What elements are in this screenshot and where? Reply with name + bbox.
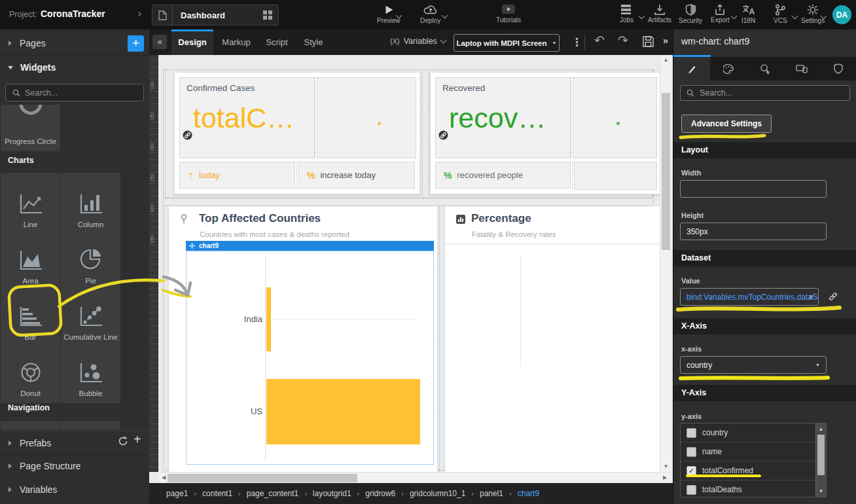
- vcs-button[interactable]: VCS: [774, 4, 787, 24]
- security-button[interactable]: Security: [679, 4, 702, 24]
- checkbox[interactable]: [687, 447, 696, 457]
- x-axis-select[interactable]: country ▼: [680, 356, 827, 374]
- breadcrumb-item[interactable]: page1: [166, 489, 188, 498]
- widget-tile-line[interactable]: Line: [1, 173, 60, 234]
- canvas-vertical-scrollbar[interactable]: ▲ ▼: [660, 55, 671, 472]
- page-tab-dashboard[interactable]: Dashboard: [152, 5, 279, 26]
- y-axis-option-name[interactable]: name: [681, 442, 816, 461]
- scroll-down-arrow[interactable]: ▼: [660, 461, 671, 472]
- tab-events[interactable]: [747, 57, 783, 81]
- widget-tile-pie[interactable]: Pie: [61, 229, 120, 291]
- widgets-accordion[interactable]: Widgets: [0, 56, 149, 80]
- add-page-button[interactable]: +: [128, 35, 144, 52]
- panel-percentage[interactable]: Percentage Fatality & Recovery rates: [445, 206, 660, 473]
- tab-design[interactable]: Design: [171, 29, 213, 55]
- breadcrumb-item-active[interactable]: chart9: [518, 489, 539, 498]
- pages-grid-icon[interactable]: [263, 10, 278, 20]
- variables-dropdown[interactable]: {X} Variables: [390, 37, 446, 46]
- advanced-settings-button[interactable]: Advanced Settings: [681, 115, 772, 133]
- clear-binding-icon[interactable]: ×: [808, 292, 813, 302]
- i18n-button[interactable]: A I18N: [741, 4, 755, 24]
- widget-tile-donut[interactable]: Donut: [1, 342, 60, 403]
- scroll-up-arrow[interactable]: ▲: [660, 55, 671, 65]
- bind-property-link-icon[interactable]: [828, 291, 838, 302]
- collapse-sidebar-button[interactable]: «: [152, 35, 167, 49]
- breadcrumb-item[interactable]: gridcolumn10_1: [410, 489, 465, 498]
- canvas-horizontal-scrollbar[interactable]: ◀ ▶: [158, 472, 671, 484]
- checkbox[interactable]: [687, 485, 696, 495]
- breadcrumb-item[interactable]: gridrow6: [365, 489, 395, 498]
- card-recovered[interactable]: Recovered recov… % recovered people: [430, 72, 661, 194]
- tab-style[interactable]: Style: [297, 29, 330, 55]
- widget-tile-bar[interactable]: Bar: [1, 285, 60, 347]
- tab-markup[interactable]: Markup: [216, 29, 257, 55]
- tab-properties[interactable]: [673, 57, 710, 81]
- jobs-button[interactable]: Jobs: [620, 4, 633, 24]
- scroll-right-arrow[interactable]: ▶: [661, 473, 669, 483]
- recovered-extra-cell[interactable]: [574, 162, 657, 190]
- confirmed-today-cell[interactable]: ↑ today: [179, 162, 295, 189]
- widget-tile-progress-circle[interactable]: Progress Circle: [1, 105, 60, 151]
- bar-us[interactable]: [266, 379, 420, 444]
- tab-styles[interactable]: [710, 57, 747, 81]
- confirmed-cases-side-cell[interactable]: [317, 77, 416, 158]
- tutorials-button[interactable]: Tutorials: [496, 4, 521, 24]
- y-axis-option-country[interactable]: country: [681, 423, 816, 442]
- breadcrumb-item[interactable]: panel1: [480, 489, 503, 498]
- tab-devices[interactable]: [783, 57, 820, 81]
- widget-tile-bubble[interactable]: Bubble: [61, 342, 120, 403]
- export-chevron-icon[interactable]: [731, 13, 738, 20]
- breadcrumb-item[interactable]: content1: [202, 489, 232, 498]
- chart9-widget[interactable]: India US: [186, 251, 434, 465]
- height-input[interactable]: 350px: [680, 223, 827, 240]
- confirmed-cases-main-cell[interactable]: Confirmed Cases totalC…: [179, 77, 315, 158]
- recovered-people-cell[interactable]: % recovered people: [435, 162, 571, 189]
- scrollbar-thumb[interactable]: [817, 435, 825, 475]
- selected-widget-chip[interactable]: chart9: [186, 241, 434, 251]
- scrollbar-thumb[interactable]: [662, 93, 670, 250]
- export-button[interactable]: Export: [711, 4, 730, 24]
- artifacts-button[interactable]: Artifacts: [648, 4, 671, 24]
- dataset-value-input[interactable]: bind:Variables.mvTopCountries.dataSe ×: [680, 288, 819, 306]
- checkbox[interactable]: [687, 428, 696, 438]
- redo-button[interactable]: ↷: [618, 33, 628, 48]
- deploy-chevron-icon[interactable]: [442, 12, 448, 19]
- card-confirmed-cases[interactable]: Confirmed Cases totalC… ↑ today % increa…: [174, 72, 420, 194]
- widget-tile-cumulative-line[interactable]: Cumulative Line: [61, 285, 120, 347]
- properties-search-input[interactable]: Search...: [680, 85, 850, 101]
- width-input[interactable]: [680, 180, 827, 198]
- confirmed-increase-cell[interactable]: % increase today: [298, 162, 415, 189]
- widget-tile-column[interactable]: Column: [61, 173, 120, 234]
- breadcrumb-item[interactable]: page_content1: [247, 489, 298, 498]
- y-axis-option-totalconfirmed[interactable]: ✓ totalConfirmed: [681, 461, 816, 480]
- widget-tile-area[interactable]: Area: [1, 229, 60, 291]
- vcs-chevron-icon[interactable]: [792, 13, 798, 20]
- device-selector[interactable]: Laptop with MDPI Screen ▼: [454, 34, 560, 52]
- pages-accordion[interactable]: Pages: [0, 31, 149, 56]
- jobs-chevron-icon[interactable]: [639, 13, 645, 20]
- widget-search-input[interactable]: Search...: [5, 84, 144, 101]
- widget-tile-partial[interactable]: [1, 421, 60, 430]
- undo-button[interactable]: ↶: [594, 33, 605, 48]
- tab-script[interactable]: Script: [259, 29, 294, 55]
- prefabs-refresh-icon[interactable]: [118, 436, 128, 446]
- widget-tile-partial[interactable]: [61, 421, 120, 430]
- more-options-kebab-icon[interactable]: ⋮: [571, 34, 582, 50]
- save-button[interactable]: [642, 35, 654, 48]
- scroll-left-arrow[interactable]: ◀: [160, 473, 168, 483]
- bar-india[interactable]: [266, 287, 272, 351]
- listbox-scrollbar[interactable]: ▲ ▼: [815, 423, 826, 497]
- y-axis-listbox[interactable]: country name ✓ totalConfirmed totalDeath…: [680, 423, 827, 497]
- expand-properties-button[interactable]: »: [663, 35, 668, 46]
- prefabs-add-icon[interactable]: +: [134, 432, 141, 447]
- recovered-main-cell[interactable]: Recovered recov…: [435, 77, 571, 158]
- breadcrumb-item[interactable]: layoutgrid1: [313, 489, 351, 498]
- scroll-up-arrow[interactable]: ▲: [816, 424, 826, 435]
- scroll-down-arrow[interactable]: ▼: [816, 486, 826, 497]
- page-structure-accordion[interactable]: Page Structure: [0, 454, 149, 478]
- panel-top-affected-countries[interactable]: Top Affected Countries Countries with mo…: [169, 206, 437, 473]
- deploy-button[interactable]: Deploy: [420, 4, 440, 24]
- recovered-side-cell[interactable]: [573, 77, 657, 158]
- user-avatar[interactable]: DA: [832, 5, 851, 24]
- checkbox[interactable]: ✓: [687, 466, 696, 476]
